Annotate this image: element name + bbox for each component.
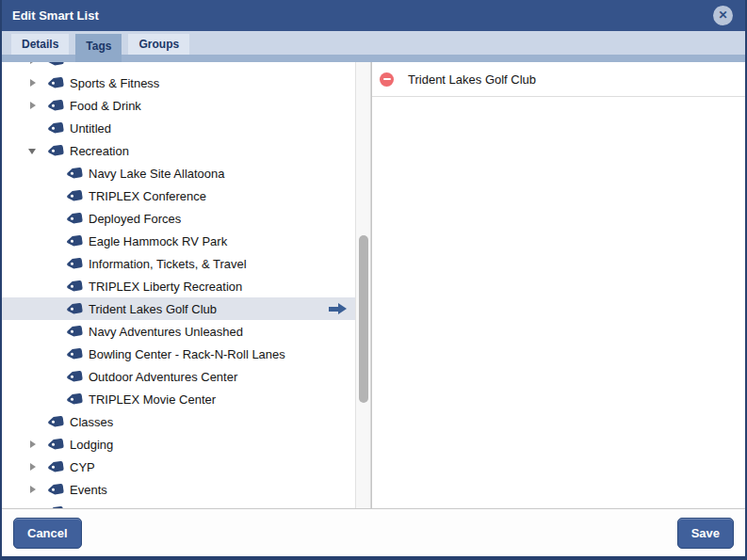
tag-icon: [65, 279, 84, 294]
tree-item[interactable]: TRIPLEX Movie Center: [2, 388, 355, 410]
selected-tag-row: Trident Lakes Golf Club: [372, 62, 745, 97]
tree-item-label: Navy Lake Site Allatoona: [89, 167, 225, 181]
cancel-button[interactable]: Cancel: [13, 518, 82, 549]
tab-details[interactable]: Details: [11, 34, 69, 55]
tree-item[interactable]: Classes: [2, 410, 355, 433]
tag-icon: [46, 437, 65, 452]
tag-icon: [46, 120, 65, 136]
tree-item-label: TRIPLEX Liberty Recreation: [89, 280, 242, 294]
tag-icon: [65, 392, 84, 407]
tree-item[interactable]: Navy Lake Site Allatoona: [2, 162, 355, 184]
save-button[interactable]: Save: [677, 518, 734, 549]
tree-item-label: Navy Adventures Unleashed: [89, 325, 243, 339]
tree-item-label: Events: [70, 483, 107, 497]
tree-item[interactable]: TRIPLEX Conference: [2, 184, 355, 207]
tree-item[interactable]: [2, 501, 355, 508]
tree-item-label: Recreation: [70, 144, 129, 158]
tree-item[interactable]: TRIPLEX Liberty Recreation: [2, 275, 355, 297]
selected-tag-label: Trident Lakes Golf Club: [408, 72, 536, 87]
tree-item[interactable]: Eagle Hammock RV Park: [2, 230, 355, 252]
expander-icon[interactable]: [28, 462, 38, 472]
tag-icon: [46, 482, 65, 497]
tag-icon: [46, 504, 65, 508]
expander-icon[interactable]: [28, 101, 38, 110]
tag-icon: [65, 301, 84, 316]
tree-item[interactable]: Trident Lakes Golf Club: [2, 297, 355, 320]
tab-tags[interactable]: Tags: [75, 34, 122, 62]
tree-item-label: Outdoor Adventures Center: [89, 370, 237, 384]
tree-item[interactable]: Lodging: [2, 433, 355, 456]
tag-tree: Sports & Fitness Food & Drink: [2, 62, 355, 508]
tree-item-label: Bowling Center - Rack-N-Roll Lanes: [89, 347, 285, 361]
tree-item[interactable]: Information, Tickets, & Travel: [2, 252, 355, 275]
tag-icon: [65, 233, 84, 248]
tree-item-label: Lodging: [70, 438, 113, 452]
close-icon[interactable]: ✕: [713, 6, 733, 25]
expander-icon[interactable]: [28, 78, 38, 88]
expander-icon[interactable]: [28, 62, 38, 65]
remove-tag-minus-icon[interactable]: [380, 72, 394, 87]
tree-item-label: Trident Lakes Golf Club: [89, 302, 217, 316]
tree-item-label: Classes: [70, 415, 113, 429]
tab-strip: Details Tags Groups: [2, 31, 745, 55]
tree-item-label: Sports & Fitness: [70, 76, 159, 90]
tag-icon: [65, 211, 84, 226]
tree-item[interactable]: Recreation: [2, 139, 355, 162]
tag-icon: [65, 166, 84, 181]
tree-item[interactable]: [2, 62, 355, 72]
scrollbar-thumb[interactable]: [359, 235, 368, 403]
tag-icon: [65, 188, 84, 203]
expander-icon[interactable]: [28, 507, 38, 508]
tree-item[interactable]: Navy Adventures Unleashed: [2, 320, 355, 343]
tree-item-label: CYP: [70, 460, 95, 474]
tree-item-label: Untitled: [70, 121, 111, 136]
tree-item[interactable]: Untitled: [2, 117, 355, 139]
tag-icon: [46, 143, 65, 158]
selected-arrow-icon: [329, 303, 347, 315]
tree-item-label: Deployed Forces: [89, 212, 181, 226]
tree-item-label: Eagle Hammock RV Park: [89, 234, 227, 248]
expander-icon[interactable]: [28, 440, 38, 449]
tree-item[interactable]: Deployed Forces: [2, 207, 355, 230]
tag-icon: [46, 62, 65, 68]
tree-item-label: Food & Drink: [70, 99, 141, 113]
selected-tags-panel: Trident Lakes Golf Club: [371, 62, 745, 508]
edit-smart-list-dialog: Edit Smart List ✕ Details Tags Groups: [0, 0, 747, 560]
tree-item[interactable]: Food & Drink: [2, 94, 355, 117]
title-bar: Edit Smart List ✕: [2, 0, 745, 31]
tree-item[interactable]: Bowling Center - Rack-N-Roll Lanes: [2, 343, 355, 365]
content-area: Sports & Fitness Food & Drink: [2, 62, 745, 508]
tree-item-label: TRIPLEX Conference: [89, 189, 206, 203]
footer: Cancel Save: [2, 508, 745, 556]
page-title: Edit Smart List: [2, 8, 99, 23]
tab-groups[interactable]: Groups: [128, 34, 189, 55]
tree-item[interactable]: Sports & Fitness: [2, 72, 355, 94]
scrollbar[interactable]: [355, 62, 371, 508]
tag-icon: [46, 459, 65, 474]
tag-icon: [46, 98, 65, 113]
tree-item[interactable]: Outdoor Adventures Center: [2, 365, 355, 388]
tree-item-label: TRIPLEX Movie Center: [89, 392, 216, 407]
tag-icon: [65, 324, 84, 339]
tree-item[interactable]: Events: [2, 478, 355, 501]
expander-icon[interactable]: [28, 485, 38, 494]
tag-icon: [46, 414, 65, 429]
tag-icon: [65, 256, 84, 271]
tag-icon: [46, 75, 65, 90]
tree-item[interactable]: CYP: [2, 456, 355, 478]
expander-icon[interactable]: [28, 146, 38, 155]
tag-icon: [65, 346, 84, 361]
tree-item-label: Information, Tickets, & Travel: [89, 257, 247, 271]
tag-icon: [65, 369, 84, 384]
